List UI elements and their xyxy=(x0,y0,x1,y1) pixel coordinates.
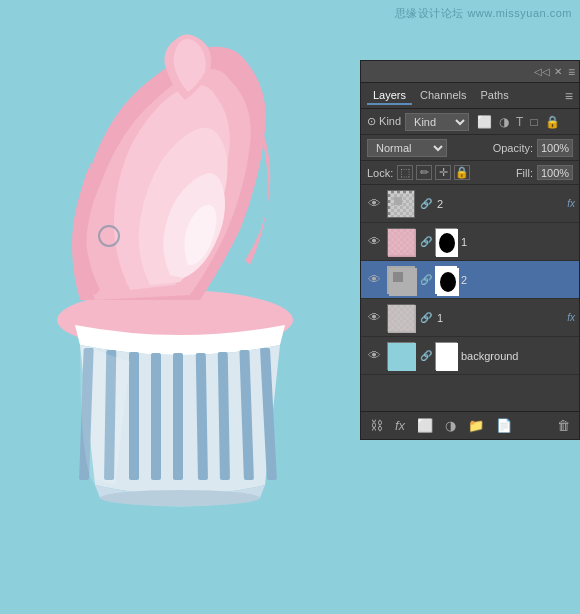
kind-filter-icons: ⬜ ◑ T □ 🔒 xyxy=(475,115,562,129)
layer-visibility-eye[interactable]: 👁 xyxy=(365,309,383,327)
svg-rect-20 xyxy=(388,305,416,333)
layer-thumbnail xyxy=(387,304,415,332)
kind-label: ⊙ Kind xyxy=(367,115,401,128)
layer-name: 1 xyxy=(437,312,563,324)
layer-name: background xyxy=(461,350,575,362)
new-group-button[interactable]: 📁 xyxy=(465,418,487,433)
layer-link-icon: 🔗 xyxy=(420,274,432,285)
layer-name: 1 xyxy=(461,236,575,248)
lock-position-btn[interactable]: ✛ xyxy=(435,165,451,180)
svg-rect-3 xyxy=(129,352,139,480)
lock-all-btn[interactable]: 🔒 xyxy=(454,165,470,180)
layer-visibility-eye[interactable]: 👁 xyxy=(365,271,383,289)
layer-thumbnail xyxy=(387,342,415,370)
lock-label: Lock: xyxy=(367,167,393,179)
new-layer-button[interactable]: 📄 xyxy=(493,418,515,433)
layer-fx-badge: fx xyxy=(567,198,575,209)
layers-panel: ◁◁ ✕ ≡ Layers Channels Paths ≡ ⊙ Kind Ki… xyxy=(360,60,580,440)
delete-layer-button[interactable]: 🗑 xyxy=(554,418,573,433)
layer-link-icon: 🔗 xyxy=(420,198,432,209)
layer-item[interactable]: 👁 🔗 1 xyxy=(361,223,579,261)
layers-list[interactable]: 👁 🔗 2 fx 👁 🔗 xyxy=(361,185,579,411)
layer-item[interactable]: 👁 🔗 2 fx xyxy=(361,185,579,223)
layer-visibility-eye[interactable]: 👁 xyxy=(365,347,383,365)
fill-label: Fill: xyxy=(516,167,533,179)
layer-thumbnail xyxy=(387,190,415,218)
panel-header-bar: ◁◁ ✕ ≡ xyxy=(361,61,579,83)
panel-tabs: Layers Channels Paths ≡ xyxy=(361,83,579,109)
canvas-area: 思缘设计论坛 www.missyuan.com xyxy=(0,0,580,614)
filter-shape-btn[interactable]: □ xyxy=(528,115,539,129)
layer-mask-thumbnail xyxy=(435,266,457,294)
blend-opacity-row: Normal Multiply Screen Overlay Opacity: xyxy=(361,135,579,161)
lock-transparent-btn[interactable]: ⬚ xyxy=(397,165,413,180)
add-fx-button[interactable]: fx xyxy=(392,418,408,433)
tab-layers[interactable]: Layers xyxy=(367,87,412,105)
layer-mask-thumbnail xyxy=(435,228,457,256)
layer-item[interactable]: 👁 🔗 1 fx xyxy=(361,299,579,337)
close-icon[interactable]: ✕ xyxy=(554,66,562,77)
panel-menu-icon[interactable]: ≡ xyxy=(568,65,575,79)
layer-thumbnail xyxy=(387,228,415,256)
link-layers-button[interactable]: ⛓ xyxy=(367,418,386,433)
tab-channels[interactable]: Channels xyxy=(414,87,472,105)
lock-fill-row: Lock: ⬚ ✏ ✛ 🔒 Fill: xyxy=(361,161,579,185)
svg-rect-12 xyxy=(394,197,402,205)
svg-rect-21 xyxy=(388,343,416,371)
kind-dropdown[interactable]: Kind xyxy=(405,113,469,131)
layer-item[interactable]: 👁 🔗 background xyxy=(361,337,579,375)
collapse-icon[interactable]: ◁◁ xyxy=(534,66,550,77)
watermark: 思缘设计论坛 www.missyuan.com xyxy=(395,6,572,21)
cupcake-cup xyxy=(60,310,300,510)
layer-visibility-eye[interactable]: 👁 xyxy=(365,195,383,213)
filter-type-btn[interactable]: T xyxy=(514,115,525,129)
panel-tab-menu[interactable]: ≡ xyxy=(565,88,573,104)
layer-link-icon: 🔗 xyxy=(420,236,432,247)
frosting xyxy=(50,30,300,350)
layer-mask-thumbnail xyxy=(435,342,457,370)
frosting-circle-highlight xyxy=(98,225,120,247)
svg-point-15 xyxy=(439,233,455,253)
opacity-input[interactable] xyxy=(537,139,573,157)
add-mask-button[interactable]: ⬜ xyxy=(414,418,436,433)
svg-rect-22 xyxy=(436,343,458,371)
layer-item[interactable]: 👁 🔗 2 xyxy=(361,261,579,299)
svg-rect-5 xyxy=(173,353,183,480)
layer-name: 2 xyxy=(461,274,575,286)
lock-icons: ⬚ ✏ ✛ 🔒 xyxy=(397,165,470,180)
layer-link-icon: 🔗 xyxy=(420,350,432,361)
lock-image-btn[interactable]: ✏ xyxy=(416,165,432,180)
filter-adjust-btn[interactable]: ◑ xyxy=(497,115,511,129)
layer-name: 2 xyxy=(437,198,563,210)
fill-input[interactable] xyxy=(537,165,573,180)
blend-mode-dropdown[interactable]: Normal Multiply Screen Overlay xyxy=(367,139,447,157)
svg-point-19 xyxy=(440,272,456,292)
filter-smart-btn[interactable]: 🔒 xyxy=(543,115,562,129)
panel-footer: ⛓ fx ⬜ ◑ 📁 📄 🗑 xyxy=(361,411,579,439)
layer-fx-badge: fx xyxy=(567,312,575,323)
tab-paths[interactable]: Paths xyxy=(475,87,515,105)
svg-rect-13 xyxy=(388,229,416,257)
opacity-label: Opacity: xyxy=(493,142,533,154)
layer-thumbnail xyxy=(387,266,415,294)
layer-link-icon: 🔗 xyxy=(420,312,432,323)
cupcake-illustration xyxy=(40,30,320,590)
filter-pixel-btn[interactable]: ⬜ xyxy=(475,115,494,129)
layer-visibility-eye[interactable]: 👁 xyxy=(365,233,383,251)
svg-point-10 xyxy=(100,490,260,506)
svg-rect-17 xyxy=(393,272,403,282)
kind-filter-row: ⊙ Kind Kind ⬜ ◑ T □ 🔒 xyxy=(361,109,579,135)
new-fill-button[interactable]: ◑ xyxy=(442,418,459,433)
svg-rect-4 xyxy=(151,353,161,480)
